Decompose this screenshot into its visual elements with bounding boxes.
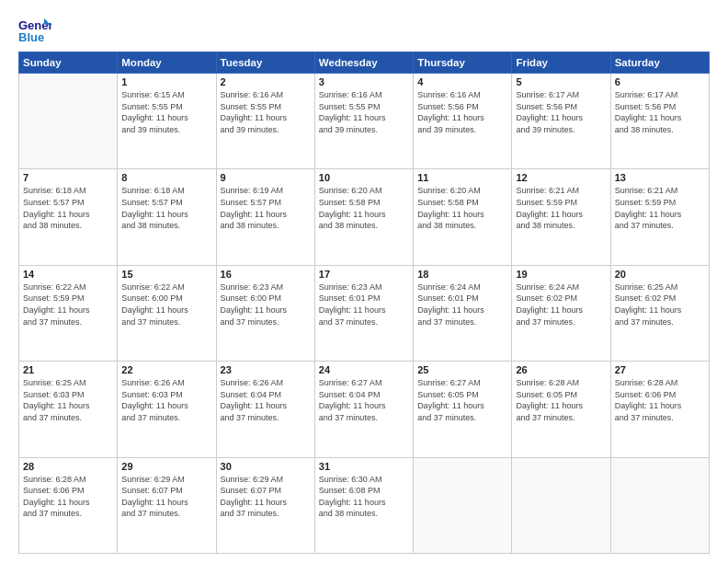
day-number: 5 xyxy=(516,76,606,87)
calendar-cell: 21Sunrise: 6:25 AM Sunset: 6:03 PM Dayli… xyxy=(19,362,118,457)
calendar-cell: 7Sunrise: 6:18 AM Sunset: 5:57 PM Daylig… xyxy=(19,169,118,265)
calendar-cell: 1Sunrise: 6:15 AM Sunset: 5:55 PM Daylig… xyxy=(118,74,216,169)
day-number: 19 xyxy=(516,269,606,280)
day-number: 30 xyxy=(221,461,311,472)
day-info: Sunrise: 6:28 AM Sunset: 6:05 PM Dayligh… xyxy=(516,377,606,423)
day-number: 3 xyxy=(319,76,409,87)
logo: General Blue xyxy=(18,17,51,44)
day-info: Sunrise: 6:25 AM Sunset: 6:03 PM Dayligh… xyxy=(23,377,113,423)
day-number: 22 xyxy=(121,364,211,375)
weekday-header-sunday: Sunday xyxy=(19,52,118,74)
calendar-cell: 26Sunrise: 6:28 AM Sunset: 6:05 PM Dayli… xyxy=(512,362,610,457)
calendar-cell: 28Sunrise: 6:28 AM Sunset: 6:06 PM Dayli… xyxy=(19,457,118,553)
calendar-cell: 2Sunrise: 6:16 AM Sunset: 5:55 PM Daylig… xyxy=(216,74,314,169)
day-info: Sunrise: 6:18 AM Sunset: 5:57 PM Dayligh… xyxy=(23,185,113,231)
day-number: 8 xyxy=(121,172,211,183)
day-number: 18 xyxy=(417,269,507,280)
calendar-week-5: 28Sunrise: 6:28 AM Sunset: 6:06 PM Dayli… xyxy=(19,457,710,553)
calendar-cell: 23Sunrise: 6:26 AM Sunset: 6:04 PM Dayli… xyxy=(216,362,314,457)
day-info: Sunrise: 6:16 AM Sunset: 5:55 PM Dayligh… xyxy=(319,89,409,135)
day-info: Sunrise: 6:23 AM Sunset: 6:01 PM Dayligh… xyxy=(319,282,409,327)
day-number: 21 xyxy=(23,364,113,375)
day-info: Sunrise: 6:19 AM Sunset: 5:57 PM Dayligh… xyxy=(221,185,311,231)
day-number: 6 xyxy=(615,76,705,87)
calendar-cell: 25Sunrise: 6:27 AM Sunset: 6:05 PM Dayli… xyxy=(414,362,512,457)
day-number: 26 xyxy=(516,364,606,375)
calendar-cell: 20Sunrise: 6:25 AM Sunset: 6:02 PM Dayli… xyxy=(610,265,709,361)
weekday-header-row: SundayMondayTuesdayWednesdayThursdayFrid… xyxy=(19,52,710,74)
day-info: Sunrise: 6:29 AM Sunset: 6:07 PM Dayligh… xyxy=(221,474,311,520)
weekday-header-friday: Friday xyxy=(512,52,610,74)
day-number: 9 xyxy=(221,172,311,183)
day-number: 27 xyxy=(615,364,705,375)
day-number: 15 xyxy=(121,269,211,280)
calendar-cell xyxy=(414,457,512,553)
day-info: Sunrise: 6:27 AM Sunset: 6:05 PM Dayligh… xyxy=(417,377,507,423)
calendar-week-3: 14Sunrise: 6:22 AM Sunset: 5:59 PM Dayli… xyxy=(19,265,710,361)
calendar-cell: 18Sunrise: 6:24 AM Sunset: 6:01 PM Dayli… xyxy=(414,265,512,361)
day-info: Sunrise: 6:23 AM Sunset: 6:00 PM Dayligh… xyxy=(221,282,311,327)
calendar-table: SundayMondayTuesdayWednesdayThursdayFrid… xyxy=(18,52,710,554)
day-info: Sunrise: 6:16 AM Sunset: 5:55 PM Dayligh… xyxy=(221,89,311,135)
calendar-cell xyxy=(512,457,610,553)
day-number: 28 xyxy=(23,461,113,472)
weekday-header-thursday: Thursday xyxy=(414,52,512,74)
day-info: Sunrise: 6:30 AM Sunset: 6:08 PM Dayligh… xyxy=(319,474,409,520)
calendar-cell: 6Sunrise: 6:17 AM Sunset: 5:56 PM Daylig… xyxy=(610,74,709,169)
calendar-cell: 19Sunrise: 6:24 AM Sunset: 6:02 PM Dayli… xyxy=(512,265,610,361)
calendar-cell: 29Sunrise: 6:29 AM Sunset: 6:07 PM Dayli… xyxy=(118,457,216,553)
day-number: 10 xyxy=(319,172,409,183)
calendar-cell: 27Sunrise: 6:28 AM Sunset: 6:06 PM Dayli… xyxy=(610,362,709,457)
calendar-cell: 30Sunrise: 6:29 AM Sunset: 6:07 PM Dayli… xyxy=(216,457,314,553)
calendar-cell: 31Sunrise: 6:30 AM Sunset: 6:08 PM Dayli… xyxy=(314,457,413,553)
day-info: Sunrise: 6:22 AM Sunset: 5:59 PM Dayligh… xyxy=(23,282,113,327)
weekday-header-wednesday: Wednesday xyxy=(314,52,413,74)
weekday-header-saturday: Saturday xyxy=(610,52,709,74)
calendar-cell: 14Sunrise: 6:22 AM Sunset: 5:59 PM Dayli… xyxy=(19,265,118,361)
day-info: Sunrise: 6:24 AM Sunset: 6:01 PM Dayligh… xyxy=(417,282,507,327)
header: General Blue xyxy=(18,17,710,44)
day-info: Sunrise: 6:27 AM Sunset: 6:04 PM Dayligh… xyxy=(319,377,409,423)
day-info: Sunrise: 6:29 AM Sunset: 6:07 PM Dayligh… xyxy=(121,474,211,520)
calendar-cell: 24Sunrise: 6:27 AM Sunset: 6:04 PM Dayli… xyxy=(314,362,413,457)
calendar-cell xyxy=(19,74,118,169)
day-info: Sunrise: 6:28 AM Sunset: 6:06 PM Dayligh… xyxy=(615,377,705,423)
day-number: 24 xyxy=(319,364,409,375)
day-info: Sunrise: 6:21 AM Sunset: 5:59 PM Dayligh… xyxy=(516,185,606,231)
day-number: 11 xyxy=(417,172,507,183)
day-info: Sunrise: 6:16 AM Sunset: 5:56 PM Dayligh… xyxy=(417,89,507,135)
day-info: Sunrise: 6:15 AM Sunset: 5:55 PM Dayligh… xyxy=(121,89,211,135)
calendar-cell: 17Sunrise: 6:23 AM Sunset: 6:01 PM Dayli… xyxy=(314,265,413,361)
day-info: Sunrise: 6:17 AM Sunset: 5:56 PM Dayligh… xyxy=(516,89,606,135)
day-number: 25 xyxy=(417,364,507,375)
day-number: 14 xyxy=(23,269,113,280)
day-number: 4 xyxy=(417,76,507,87)
weekday-header-monday: Monday xyxy=(118,52,216,74)
calendar-cell: 3Sunrise: 6:16 AM Sunset: 5:55 PM Daylig… xyxy=(314,74,413,169)
day-number: 23 xyxy=(221,364,311,375)
day-number: 29 xyxy=(121,461,211,472)
day-number: 7 xyxy=(23,172,113,183)
calendar-cell: 8Sunrise: 6:18 AM Sunset: 5:57 PM Daylig… xyxy=(118,169,216,265)
calendar-cell: 22Sunrise: 6:26 AM Sunset: 6:03 PM Dayli… xyxy=(118,362,216,457)
calendar-cell: 9Sunrise: 6:19 AM Sunset: 5:57 PM Daylig… xyxy=(216,169,314,265)
day-number: 20 xyxy=(615,269,705,280)
day-number: 12 xyxy=(516,172,606,183)
calendar-cell: 12Sunrise: 6:21 AM Sunset: 5:59 PM Dayli… xyxy=(512,169,610,265)
logo-icon: General Blue xyxy=(18,17,51,44)
day-info: Sunrise: 6:28 AM Sunset: 6:06 PM Dayligh… xyxy=(23,474,113,520)
day-number: 2 xyxy=(221,76,311,87)
day-info: Sunrise: 6:24 AM Sunset: 6:02 PM Dayligh… xyxy=(516,282,606,327)
day-number: 17 xyxy=(319,269,409,280)
calendar-cell: 13Sunrise: 6:21 AM Sunset: 5:59 PM Dayli… xyxy=(610,169,709,265)
weekday-header-tuesday: Tuesday xyxy=(216,52,314,74)
svg-text:Blue: Blue xyxy=(18,30,44,44)
calendar-cell: 11Sunrise: 6:20 AM Sunset: 5:58 PM Dayli… xyxy=(414,169,512,265)
calendar-cell xyxy=(610,457,709,553)
day-number: 13 xyxy=(615,172,705,183)
day-info: Sunrise: 6:21 AM Sunset: 5:59 PM Dayligh… xyxy=(615,185,705,231)
day-info: Sunrise: 6:22 AM Sunset: 6:00 PM Dayligh… xyxy=(121,282,211,327)
day-info: Sunrise: 6:20 AM Sunset: 5:58 PM Dayligh… xyxy=(417,185,507,231)
calendar-week-2: 7Sunrise: 6:18 AM Sunset: 5:57 PM Daylig… xyxy=(19,169,710,265)
day-info: Sunrise: 6:18 AM Sunset: 5:57 PM Dayligh… xyxy=(121,185,211,231)
